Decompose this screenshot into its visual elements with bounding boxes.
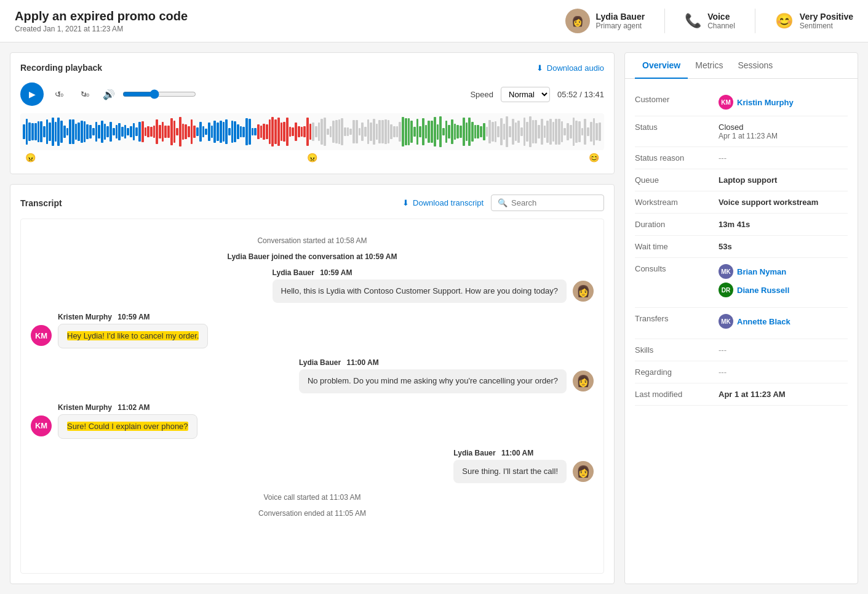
download-transcript-button[interactable]: ⬇ Download transcript xyxy=(402,198,484,207)
status-value: Closed xyxy=(719,122,848,132)
player-controls: ▶ ↺10 ↻30 🔊 Speed Normal 0.5x 0.75x 1.25… xyxy=(20,82,604,106)
message-bubble: Sure! Could I explain over phone? xyxy=(58,414,197,439)
system-msg-end: Conversation ended at 11:05 AM xyxy=(31,509,594,518)
sender-name: Kristen Murphy xyxy=(58,403,112,412)
value-transfers: MK Annette Black xyxy=(719,314,848,332)
detail-row-workstream: Workstream Voice support workstream xyxy=(635,191,848,214)
annette-link[interactable]: Annette Black xyxy=(737,317,790,326)
detail-row-duration: Duration 13m 41s xyxy=(635,214,848,236)
value-queue: Laptop support xyxy=(719,175,848,185)
recording-header: Recording playback ⬇ Download audio xyxy=(20,63,604,73)
sender-name: Lydia Bauer xyxy=(273,268,314,277)
highlighted-text: Hey Lydia! I'd like to cancel my order. xyxy=(67,331,199,340)
system-msg-1: Conversation started at 10:58 AM xyxy=(31,236,594,245)
detail-row-customer: Customer KM Kristin Murphy xyxy=(635,89,848,116)
download-audio-icon: ⬇ xyxy=(536,63,543,73)
label-wait: Wait time xyxy=(635,242,709,251)
message-row: Lydia Bauer 11:00 AM Sure thing. I'll st… xyxy=(31,449,594,483)
label-regarding: Regarding xyxy=(635,367,709,377)
rewind-button[interactable]: ↺10 xyxy=(51,84,70,105)
message-meta: Lydia Bauer 11:00 AM xyxy=(453,449,567,457)
header-title-section: Apply an expired promo code Created Jan … xyxy=(15,9,188,33)
label-customer: Customer xyxy=(635,95,709,104)
tab-metrics[interactable]: Metrics xyxy=(688,53,730,79)
seek-slider[interactable] xyxy=(122,89,196,99)
total-time: 13:41 xyxy=(584,90,604,99)
message-content: Kristen Murphy 11:02 AM Sure! Could I ex… xyxy=(58,403,197,439)
channel-name: Voice xyxy=(707,12,735,22)
message-time: 10:59 AM xyxy=(117,313,149,321)
message-content: Lydia Bauer 11:00 AM Sure thing. I'll st… xyxy=(453,449,567,483)
speed-select[interactable]: Normal 0.5x 0.75x 1.25x 1.5x 2x xyxy=(501,87,550,102)
detail-row-transfers: Transfers MK Annette Black xyxy=(635,308,848,339)
search-input[interactable] xyxy=(511,198,597,207)
status-date: Apr 1 at 11:23 AM xyxy=(719,132,848,140)
message-time: 11:02 AM xyxy=(117,403,149,412)
download-transcript-icon: ⬇ xyxy=(402,198,409,207)
sentiment-text: Very Positive Sentiment xyxy=(800,12,853,30)
system-msg-join: Lydia Bauer joined the conversation at 1… xyxy=(31,252,594,261)
sender-name: Kristen Murphy xyxy=(58,313,112,321)
search-box[interactable]: 🔍 xyxy=(491,195,604,211)
tab-sessions[interactable]: Sessions xyxy=(730,53,780,79)
left-panel: Recording playback ⬇ Download audio ▶ ↺1… xyxy=(10,52,615,584)
detail-row-last-modified: Last modified Apr 1 at 11:23 AM xyxy=(635,383,848,406)
value-duration: 13m 41s xyxy=(719,220,848,229)
brian-avatar: MK xyxy=(719,264,733,279)
divider2 xyxy=(755,9,755,33)
annette-avatar: MK xyxy=(719,314,733,329)
label-status: Status xyxy=(635,122,709,132)
detail-row-status: Status Closed Apr 1 at 11:23 AM xyxy=(635,116,848,147)
page-subtitle: Created Jan 1, 2021 at 11:23 AM xyxy=(15,25,188,33)
search-icon: 🔍 xyxy=(498,198,508,207)
right-panel: Overview Metrics Sessions Customer KM Kr… xyxy=(624,52,858,584)
transcript-header: Transcript ⬇ Download transcript 🔍 xyxy=(20,195,604,211)
sentiment-info: 😊 Very Positive Sentiment xyxy=(775,12,853,30)
brian-link[interactable]: Brian Nyman xyxy=(737,267,786,276)
main-content: Recording playback ⬇ Download audio ▶ ↺1… xyxy=(0,42,868,594)
value-workstream: Voice support workstream xyxy=(719,198,848,207)
label-queue: Queue xyxy=(635,175,709,185)
phone-icon: 📞 xyxy=(685,13,701,29)
current-time: 05:52 xyxy=(557,90,578,99)
message-meta: Lydia Bauer 10:59 AM xyxy=(273,268,567,277)
volume-button[interactable]: 🔊 xyxy=(103,89,115,100)
svg-text:10: 10 xyxy=(58,92,63,98)
waveform-bars xyxy=(23,113,602,150)
download-audio-label: Download audio xyxy=(547,63,604,73)
svg-text:30: 30 xyxy=(84,92,89,98)
details-panel: Customer KM Kristin Murphy Status Closed… xyxy=(625,79,858,584)
agent-info: 👩 Lydia Bauer Primary agent xyxy=(565,9,645,33)
tab-overview[interactable]: Overview xyxy=(635,53,688,79)
message-row: KM Kristen Murphy 11:02 AM Sure! Could I… xyxy=(31,403,594,439)
value-last-modified: Apr 1 at 11:23 AM xyxy=(719,390,848,399)
label-skills: Skills xyxy=(635,345,709,355)
label-last-modified: Last modified xyxy=(635,390,709,399)
customer-link[interactable]: KM Kristin Murphy xyxy=(719,95,848,110)
detail-row-status-reason: Status reason --- xyxy=(635,147,848,169)
detail-row-queue: Queue Laptop support xyxy=(635,169,848,191)
transcript-body: Conversation started at 10:58 AM Lydia B… xyxy=(20,219,604,574)
transcript-actions: ⬇ Download transcript 🔍 xyxy=(402,195,604,211)
tabs: Overview Metrics Sessions xyxy=(625,53,858,79)
play-button[interactable]: ▶ xyxy=(20,82,44,106)
time-display: 05:52 / 13:41 xyxy=(557,90,604,99)
message-bubble: Hello, this is Lydia with Contoso Custom… xyxy=(273,279,567,303)
message-bubble: Hey Lydia! I'd like to cancel my order. xyxy=(58,324,208,348)
message-row: Lydia Bauer 10:59 AM Hello, this is Lydi… xyxy=(31,268,594,303)
waveform[interactable] xyxy=(20,113,604,150)
highlighted-text: Sure! Could I explain over phone? xyxy=(67,422,188,431)
header-info-section: 👩 Lydia Bauer Primary agent 📞 Voice Chan… xyxy=(565,9,854,33)
value-wait: 53s xyxy=(719,242,848,251)
customer-name: Kristin Murphy xyxy=(737,98,794,107)
message-time: 11:00 AM xyxy=(346,358,378,367)
download-audio-button[interactable]: ⬇ Download audio xyxy=(536,63,604,73)
label-consults: Consults xyxy=(635,264,709,273)
forward-button[interactable]: ↻30 xyxy=(77,84,95,105)
channel-label: Channel xyxy=(707,22,735,30)
emotion-angry-left: 😠 xyxy=(25,153,36,163)
emotion-happy-right: 😊 xyxy=(589,153,599,163)
diane-link[interactable]: Diane Russell xyxy=(737,286,789,295)
value-regarding: --- xyxy=(719,367,848,377)
value-skills: --- xyxy=(719,345,848,355)
